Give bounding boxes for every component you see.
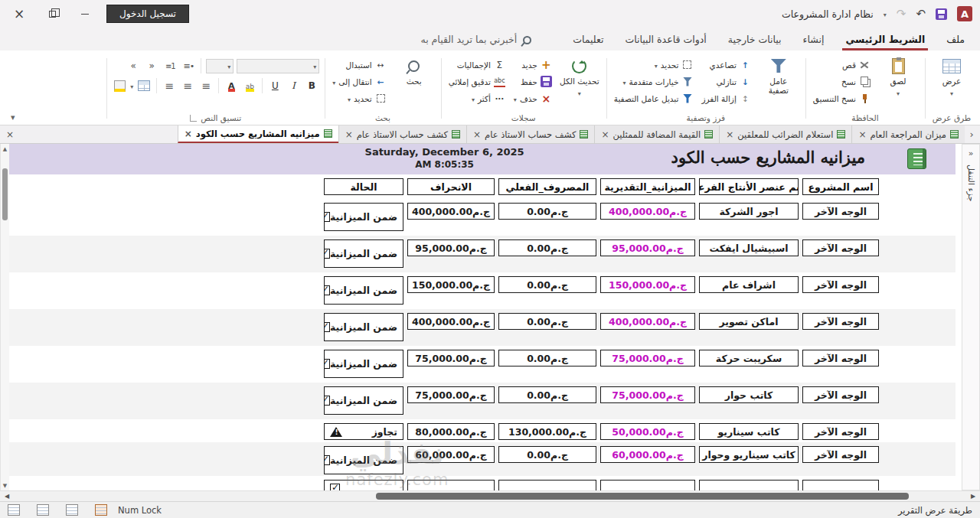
italic-button[interactable] [286,79,301,93]
customize-toolbar-chevron-icon[interactable] [884,8,887,19]
underline-button[interactable] [267,79,283,93]
cell-budget[interactable]: ج.م400,000.00 [600,313,695,330]
save-icon[interactable] [936,8,947,20]
cell-status[interactable]: ضمن الميزانية [324,239,403,268]
cell-project-name[interactable]: الوجه الآخر [802,313,879,330]
selection-button[interactable]: تحديد [612,57,696,73]
scrollbar-thumb[interactable] [2,168,8,220]
cell-project-name[interactable]: الوجه الآخر [802,350,879,367]
close-tab-icon[interactable] [185,129,192,139]
more-button[interactable]: أكثر [446,90,508,106]
expand-nav-pane-icon[interactable] [962,148,979,158]
cell-project-name[interactable]: الوجه الآخر [802,276,879,293]
cell-actual[interactable]: ج.م0.00 [498,350,596,367]
cell-project-name[interactable]: الوجه الآخر [802,203,879,220]
decrease-indent-button[interactable] [144,59,159,73]
tab-scroll-arrow[interactable] [965,125,978,143]
scrollbar-track[interactable] [14,491,966,501]
cell-deviation[interactable]: ج.م60,000.00 [407,446,495,463]
close-tab-icon[interactable] [726,129,733,140]
document-tab[interactable]: كشف حساب الاستاذ عام [338,125,466,143]
cell-element-name[interactable]: اماكن تصوير [699,313,799,330]
ribbon-tab[interactable]: بيانات خارجية [717,29,792,50]
cell-element-name[interactable]: كاتب حوار [699,386,799,403]
close-button[interactable] [8,5,31,23]
ribbon-tab[interactable]: الشريط الرئيسي [835,29,936,50]
cell-actual[interactable]: ج.م0.00 [498,203,596,220]
cell-budget[interactable]: ج.م150,000.00 [600,276,695,293]
advanced-filter-button[interactable]: خيارات متقدمة [612,73,696,90]
restore-button[interactable] [41,5,64,23]
cell-actual[interactable]: ج.م130,000.00 [498,423,596,440]
cell-actual[interactable]: ج.م0.00 [498,239,596,256]
design-view-button[interactable] [8,504,20,516]
column-header-actual[interactable]: المصروف_الفعلي [498,178,596,195]
scroll-right-icon[interactable] [966,491,980,501]
bullet-list-button[interactable] [181,59,196,73]
navigation-pane-collapsed[interactable]: جزء التنقل [962,144,980,490]
login-button[interactable]: تسجيل الدخول [106,5,189,23]
scroll-up-icon[interactable] [1,144,9,154]
cell-element-name[interactable]: كاتب سيناريو [699,423,799,440]
document-tab[interactable]: ميزان المراجعة العام [851,125,965,143]
gridlines-icon[interactable] [138,80,150,91]
close-tab-icon[interactable] [345,129,353,140]
cell-element-name[interactable]: سكريبت حركة [699,350,799,367]
cell-budget[interactable]: ج.م400,000.00 [600,203,695,220]
bold-button[interactable] [304,79,319,93]
font-size-combo[interactable] [206,59,234,73]
document-tab[interactable]: القيمة المضافة للممثلين [594,125,719,143]
goto-button[interactable]: انتقال إلى [330,73,388,90]
document-tab[interactable]: استعلام الضرائب للمعلقين [719,125,851,143]
close-tab-icon[interactable] [601,129,609,140]
fill-color-icon[interactable] [114,80,126,92]
close-tab-icon[interactable] [858,129,866,140]
filter-button[interactable]: عامل تصفية [757,54,800,95]
cell-element-name[interactable]: اشراف عام [699,276,799,293]
align-left-button[interactable] [162,79,177,93]
cell-deviation[interactable]: ج.م400,000.00 [407,203,495,220]
minimize-button[interactable] [74,5,96,23]
column-header-project[interactable]: اسم المشروع [802,178,879,195]
new-record-button[interactable]: جديد [511,57,554,73]
sort-ascending-button[interactable]: تصاعدي [699,57,753,73]
tell-me-box[interactable]: أخبرني بما تريد القيام به [420,29,531,50]
cell-budget[interactable]: ج.م75,000.00 [600,386,695,403]
cell-deviation[interactable]: ج.م95,000.00 [407,239,495,256]
remove-sort-button[interactable]: إزالة الفرز [699,90,753,106]
cell-project-name[interactable]: الوجه الآخر [802,423,879,440]
scroll-down-icon[interactable] [1,481,9,490]
column-header-status[interactable]: الحالة [324,178,403,195]
save-record-button[interactable]: حفظ [511,73,554,90]
view-button[interactable]: عرض [930,54,973,97]
tab-file[interactable]: ملف [936,29,975,50]
cell-status[interactable]: ضمن الميزانية [324,446,403,474]
ribbon-tab[interactable]: أدوات قاعدة البيانات [614,29,717,50]
document-tab[interactable]: ميزانيه المشاريع حسب الكود [178,125,338,143]
paste-button[interactable]: لصق [877,54,920,97]
cell-actual[interactable]: ج.م0.00 [498,313,596,330]
cut-button[interactable]: قص [811,57,873,73]
numbered-list-button[interactable] [162,59,178,73]
ribbon-tab[interactable]: تعليمات [562,29,614,50]
layout-view-button[interactable] [37,504,49,516]
dialog-launcher-icon[interactable] [190,115,197,122]
cell-deviation[interactable]: ج.م80,000.00 [407,423,495,440]
cell-deviation[interactable]: ج.م400,000.00 [407,313,495,330]
sort-descending-button[interactable]: تنازلي [699,73,753,90]
cell-status[interactable]: تجاوز [324,423,403,440]
font-color-icon[interactable] [228,80,235,92]
scroll-left-icon[interactable] [0,491,14,501]
column-header-deviation[interactable]: الانحراف [407,178,495,195]
cell-element-name[interactable]: كاتب سيناريو وحوار [699,446,799,463]
cell-budget[interactable]: ج.م60,000.00 [600,446,695,463]
cell-deviation[interactable]: ج.م75,000.00 [407,386,495,403]
print-preview-button[interactable] [66,504,78,516]
font-name-combo[interactable] [237,59,319,73]
collapse-ribbon-button[interactable] [11,112,15,122]
cell-project-name[interactable]: الوجه الآخر [802,239,879,256]
copy-button[interactable]: نسخ [811,73,873,90]
cell-status[interactable]: ضمن الميزانية [324,313,403,341]
cell-budget[interactable]: ج.م50,000.00 [600,423,695,440]
cell-status[interactable]: ضمن الميزانية [324,203,403,231]
